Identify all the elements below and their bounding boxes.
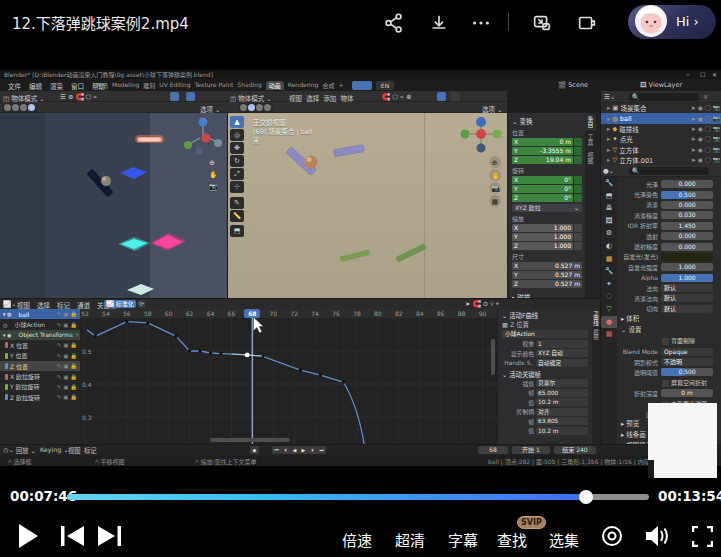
- material-property-row[interactable]: 清漆糙度 0.030: [617, 210, 721, 220]
- keyframe-row[interactable]: 值10.2 m: [502, 426, 588, 436]
- fcurve-action-field[interactable]: 小球Action: [502, 330, 588, 338]
- workspace-tab[interactable]: 布局: [96, 81, 108, 90]
- search-button[interactable]: 查找: [497, 529, 527, 550]
- material-property-row[interactable]: 透射糙度 0.000: [617, 241, 721, 251]
- current-frame-field[interactable]: 68: [478, 446, 508, 454]
- share-icon[interactable]: [383, 12, 405, 34]
- menu-item[interactable]: 渲染: [50, 81, 63, 91]
- dimension-row[interactable]: Z0.527 m: [512, 280, 582, 288]
- material-property-row[interactable]: 光泽染色 0.500: [617, 189, 721, 199]
- active-fcurve-panel[interactable]: ⌄ 活动F曲线: [502, 311, 588, 320]
- theater-mode-icon[interactable]: [576, 12, 598, 34]
- material-property-row[interactable]: 透射 0.000: [617, 231, 721, 241]
- material-property-row[interactable]: Alpha 1.000: [617, 273, 721, 283]
- keyframe-row[interactable]: 控制柄对齐: [502, 407, 588, 417]
- outliner-search[interactable]: 🔍: [629, 93, 699, 101]
- scale-row[interactable]: X1.000: [512, 224, 582, 232]
- channel-row[interactable]: X 欧拉旋转 ✎ ▣ 🔒: [0, 371, 80, 381]
- visibility-icons[interactable]: ➤ ◉ 🖵 📷: [691, 146, 721, 154]
- prev-key-icon[interactable]: ⏴: [281, 446, 290, 454]
- fcurve-row[interactable]: Handle S..自动锁定: [502, 358, 588, 368]
- keying-menu[interactable]: Keying ⌄: [40, 446, 68, 453]
- quality-button[interactable]: 超清: [395, 529, 425, 550]
- material-property-row[interactable]: 清漆法向 默认: [617, 293, 721, 303]
- outliner-item[interactable]: ▸◍ ball ➤ ◉ 🖵 📷: [601, 113, 721, 123]
- next-episode-button[interactable]: [98, 526, 122, 546]
- jump-end-icon[interactable]: ⏭: [317, 446, 326, 454]
- visibility-icons[interactable]: ➤ ◉ 🖵 📷: [691, 104, 721, 112]
- workspace-tab[interactable]: 动画: [266, 81, 284, 90]
- properties-tab[interactable]: 🖼: [601, 215, 617, 228]
- vp-mid-toggle2[interactable]: [451, 92, 460, 101]
- h-scrollbar[interactable]: [210, 438, 290, 442]
- material-property-row[interactable]: 光泽 0.000: [617, 179, 721, 189]
- keyframe-row[interactable]: 帧65.000: [502, 388, 588, 398]
- graph-ruler[interactable]: 5254565860626466687072747678808284868890: [80, 309, 497, 318]
- properties-tab[interactable]: ⬒: [601, 190, 617, 203]
- progress-handle[interactable]: [579, 490, 593, 504]
- maximize-icon[interactable]: ☐: [700, 70, 705, 79]
- vp-left-toggle1[interactable]: [170, 92, 179, 101]
- rotation-row[interactable]: Z0°: [512, 194, 582, 202]
- channel-row[interactable]: Z 位置 ✎ ▣ 🔒: [0, 361, 80, 371]
- menu-item[interactable]: 编辑: [29, 81, 42, 91]
- speed-button[interactable]: 倍速: [342, 529, 372, 550]
- settings-row[interactable]: 屏幕空间折射: [617, 378, 721, 388]
- properties-tab[interactable]: 🔧: [601, 177, 617, 190]
- avatar[interactable]: [630, 1, 672, 43]
- close-icon[interactable]: ✕: [712, 70, 717, 79]
- play-back-icon[interactable]: ◀: [290, 446, 299, 454]
- channel-row[interactable]: ▾ ◍ ball ✎ ▣ 🔒: [0, 309, 80, 319]
- workspace-tab[interactable]: UV Editing: [159, 81, 190, 90]
- play-fwd-icon[interactable]: ▶: [299, 446, 308, 454]
- settings-section[interactable]: ⌄ 设置: [617, 325, 721, 336]
- workspace-tab[interactable]: Rendering: [288, 81, 319, 90]
- workspace-tab[interactable]: Texture Paint: [195, 81, 234, 90]
- properties-tab[interactable]: ◐: [601, 240, 617, 253]
- graph-header-icons[interactable]: ➤ 🧲 ⊙ ▿ ⌖: [465, 300, 499, 308]
- vp-left-shading[interactable]: [2, 103, 37, 112]
- properties-tab[interactable]: ◌: [601, 290, 617, 303]
- vp-mid-shading[interactable]: [238, 103, 273, 112]
- material-property-row[interactable]: 清漆 0.000: [617, 200, 721, 210]
- properties-tab[interactable]: ▩: [601, 328, 617, 341]
- episodes-button[interactable]: 选集: [549, 529, 579, 550]
- record-icon[interactable]: [601, 525, 623, 547]
- material-property-row[interactable]: 自发光(发光): [617, 252, 721, 262]
- scene-selector[interactable]: 🎬 Scene: [558, 81, 588, 89]
- fullscreen-icon[interactable]: [692, 526, 713, 547]
- settings-row[interactable]: Blend Mode Opaque: [617, 346, 721, 356]
- outliner-item[interactable]: ▸▣ 场景集合 ➤ ◉ 🖵 📷: [601, 103, 721, 113]
- properties-tab[interactable]: ▦: [601, 253, 617, 266]
- timeline-editor-icon[interactable]: ◷⌄: [3, 446, 14, 453]
- channel-row[interactable]: ◷ 小球Action ✎ ▣ 🔒: [0, 319, 80, 329]
- jump-keyframe-icon[interactable]: ◆: [250, 446, 259, 454]
- dimension-row[interactable]: Y0.527 m: [512, 271, 582, 279]
- keyframe-row[interactable]: 插值贝塞尔: [502, 379, 588, 389]
- frame-start-field[interactable]: 开始 1: [512, 446, 550, 454]
- scale-row[interactable]: Y1.000: [512, 233, 582, 241]
- graph-sidebar-tab[interactable]: F曲线: [592, 309, 600, 327]
- vp-left-icons[interactable]: ☰ ⊕ 🧲 ⬡ ⌁: [60, 93, 97, 101]
- menu-item[interactable]: 文件: [8, 81, 21, 91]
- workspace-tab[interactable]: +: [338, 81, 343, 90]
- workspace-tab[interactable]: Modeling: [112, 81, 139, 90]
- playback-menu[interactable]: 回放 ⌄: [16, 446, 36, 455]
- outliner-item[interactable]: ▸◆ 碰撞线 ➤ ◉ 🖵 📷: [601, 124, 721, 134]
- properties-tab[interactable]: 🔧: [601, 265, 617, 278]
- rotation-row[interactable]: Y0°: [512, 185, 582, 193]
- refresh-icon[interactable]: ⟳: [137, 300, 146, 308]
- properties-tab[interactable]: ▽: [601, 303, 617, 316]
- view-menu[interactable]: 视图: [68, 446, 81, 455]
- v-scrollbar[interactable]: [491, 339, 495, 375]
- keyframe-row[interactable]: 帧63.805: [502, 417, 588, 427]
- picture-in-picture-icon[interactable]: [531, 12, 553, 34]
- scale-row[interactable]: Z1.000: [512, 242, 582, 250]
- download-icon[interactable]: [428, 12, 450, 34]
- visibility-icons[interactable]: ➤ ◉ 🖵 📷: [691, 115, 721, 123]
- graph-area[interactable]: 5254565860626466687072747678808284868890…: [80, 309, 497, 444]
- markers-menu[interactable]: 标记: [84, 446, 97, 455]
- vp-mid-toggle1[interactable]: [437, 92, 446, 101]
- keyframe-row[interactable]: 值10.2 m: [502, 398, 588, 408]
- settings-row[interactable]: 折射深度 0 m: [617, 388, 721, 398]
